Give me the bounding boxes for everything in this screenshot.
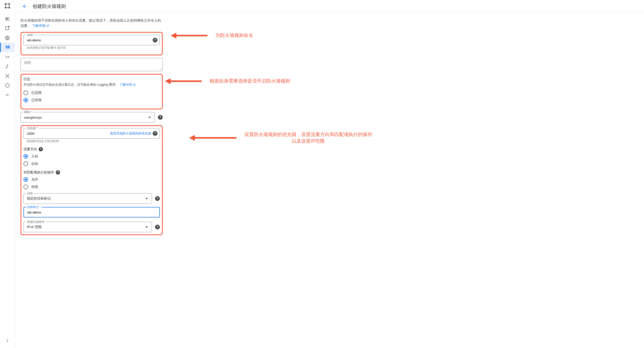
name-hint: 允许使用小写字母 数字 连字符: [23, 46, 160, 50]
svg-point-20: [8, 77, 9, 78]
annotation-box-priority: 优先级 * 检查其他防火墙规则的优先级 ? 优先级可以从 0 到 65535 流…: [21, 125, 163, 235]
action-title: 对匹配项执行的操作 ?: [23, 170, 160, 175]
log-title: 日志: [23, 77, 160, 81]
radio-icon: [23, 90, 28, 95]
learn-more-link[interactable]: 了解详情: [32, 24, 49, 28]
sidebar-item-3[interactable]: [0, 33, 15, 43]
radio-icon: [23, 161, 28, 166]
direction-egress-radio[interactable]: 出站: [23, 160, 160, 167]
name-input-row[interactable]: ?: [23, 35, 160, 45]
header: 创建防火墙规则: [15, 0, 644, 13]
description-field[interactable]: [21, 58, 163, 71]
help-icon[interactable]: ?: [155, 196, 160, 201]
help-icon[interactable]: ?: [158, 115, 163, 120]
chevron-down-icon: [145, 198, 148, 199]
sidebar-item-5[interactable]: [0, 52, 15, 62]
arrow-icon: [189, 134, 236, 142]
svg-rect-0: [5, 3, 6, 5]
chevron-down-icon: [145, 226, 148, 228]
help-icon[interactable]: ?: [155, 225, 160, 229]
product-logo: [4, 3, 11, 9]
sidebar-item-1[interactable]: [0, 14, 15, 24]
external-link-icon: [46, 24, 49, 27]
sidebar: [0, 0, 15, 348]
help-icon[interactable]: ?: [153, 38, 157, 42]
svg-point-17: [6, 74, 6, 75]
intro-text: 防火墙规则用于控制实例的传入和传出流量。默认情况下，系统会阻止从您的网络之外传入…: [21, 18, 163, 28]
sidebar-expand[interactable]: [0, 336, 15, 345]
radio-icon: [23, 185, 28, 189]
svg-rect-3: [8, 7, 10, 8]
svg-rect-21: [6, 94, 7, 95]
priority-hint: 优先级可以从 0 到 65535: [23, 139, 160, 143]
svg-rect-16: [7, 47, 9, 48]
action-allow-radio[interactable]: 允许: [23, 176, 160, 183]
network-label: 网络 *: [23, 110, 33, 114]
external-link-icon: [133, 83, 136, 86]
chevron-down-icon: [148, 117, 151, 118]
help-icon[interactable]: ?: [56, 170, 60, 175]
svg-rect-24: [5, 95, 6, 95]
svg-rect-23: [8, 94, 9, 95]
annotation-3: 设置防火墙规则的优先级，设置流量方向和匹配项执行的操作 以及设置IP范围: [189, 131, 372, 144]
priority-input[interactable]: [27, 132, 79, 136]
svg-rect-4: [6, 4, 8, 4]
svg-rect-11: [6, 27, 9, 30]
annotation-2: 根据自身需要选择是否开启防火墙规则: [165, 77, 290, 85]
help-icon[interactable]: ?: [39, 147, 43, 151]
annotation-1: 为防火墙规则命名: [171, 32, 253, 40]
source-filter-label: 来源过滤条件: [26, 220, 46, 224]
log-disabled-radio[interactable]: 已停用: [23, 96, 160, 104]
target-tag-input-row[interactable]: [23, 207, 160, 217]
sidebar-item-9[interactable]: [0, 90, 15, 100]
svg-rect-10: [5, 20, 9, 21]
annotation-box-name: 名称 * ? 允许使用小写字母 数字 连字符: [21, 32, 163, 55]
priority-row: 检查其他防火墙规则的优先级 ?: [23, 128, 160, 139]
svg-rect-14: [8, 46, 10, 47]
arrow-icon: [171, 32, 207, 40]
svg-point-18: [8, 74, 9, 75]
annotation-layer: 为防火墙规则命名 根据自身需要选择是否开启防火墙规则 设置防火墙规则的优先级，设…: [163, 18, 639, 343]
arrow-left-icon: [22, 4, 27, 9]
target-tag-input[interactable]: [27, 210, 157, 214]
radio-icon: [23, 154, 28, 159]
sidebar-item-2[interactable]: [0, 24, 15, 33]
priority-label: 优先级 *: [26, 126, 39, 130]
sidebar-item-8[interactable]: [0, 81, 15, 90]
target-tag-label: 目标标记 *: [26, 205, 42, 209]
svg-rect-6: [5, 5, 6, 7]
svg-rect-7: [9, 5, 9, 7]
svg-rect-13: [6, 46, 8, 47]
sidebar-item-firewall[interactable]: [0, 43, 15, 52]
check-priority-link[interactable]: 检查其他防火墙规则的优先级: [79, 131, 151, 136]
target-label: 目标: [26, 191, 34, 195]
resize-handle-icon: [159, 68, 162, 70]
network-select[interactable]: wangbinvpc: [21, 112, 155, 123]
svg-rect-22: [7, 94, 8, 96]
back-button[interactable]: [20, 2, 29, 11]
log-enabled-radio[interactable]: 已启用: [23, 89, 160, 96]
svg-rect-1: [8, 3, 10, 5]
svg-rect-9: [5, 18, 8, 19]
svg-point-19: [6, 77, 6, 78]
radio-icon: [23, 177, 28, 182]
svg-rect-8: [5, 17, 9, 18]
svg-rect-2: [5, 7, 6, 8]
direction-title: 流量方向 ?: [23, 147, 160, 152]
action-deny-radio[interactable]: 拒绝: [23, 183, 160, 191]
help-icon[interactable]: ?: [153, 131, 157, 136]
annotation-box-log: 日志 开启防火墙日志可能会生成大量日志，这可能会增加 Logging 费用。 了…: [21, 74, 163, 109]
sidebar-item-7[interactable]: [0, 71, 15, 81]
log-desc: 开启防火墙日志可能会生成大量日志，这可能会增加 Logging 费用。 了解详情: [23, 83, 160, 87]
direction-ingress-radio[interactable]: 入站: [23, 153, 160, 160]
svg-rect-25: [9, 95, 9, 95]
log-learn-more-link[interactable]: 了解详情: [120, 83, 136, 86]
name-input[interactable]: [27, 38, 151, 42]
svg-rect-5: [6, 7, 8, 8]
svg-rect-15: [6, 47, 7, 48]
name-label: 名称 *: [26, 33, 36, 37]
description-textarea[interactable]: [24, 60, 159, 69]
sidebar-item-6[interactable]: [0, 62, 15, 71]
target-select[interactable]: 指定的目标标记: [23, 193, 152, 204]
radio-icon: [23, 98, 28, 103]
